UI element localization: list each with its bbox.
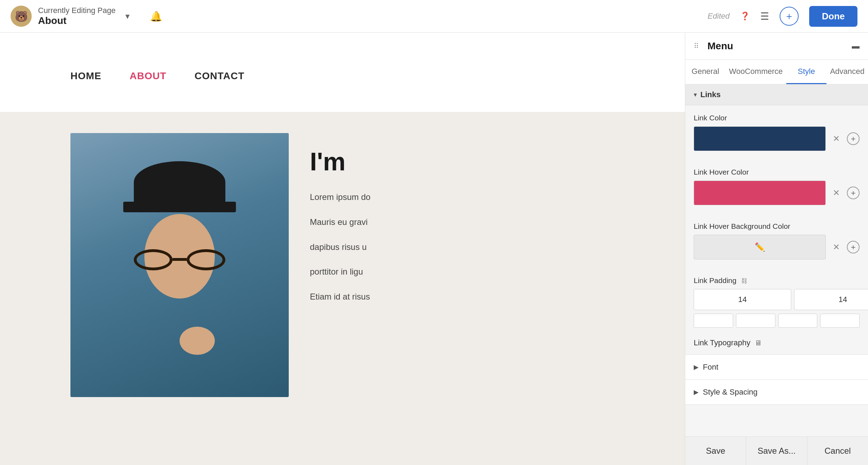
help-icon[interactable]: ❓	[740, 12, 750, 21]
editing-label: Currently Editing Page	[38, 6, 115, 15]
glasses-left	[134, 249, 173, 270]
hat-brim	[123, 202, 236, 212]
link-typography-row: Link Typography 🖥	[685, 331, 868, 355]
font-label: Font	[703, 363, 718, 372]
nav-links: HOME ABOUT CONTACT	[70, 70, 244, 82]
link-icon: ⛓	[741, 277, 748, 284]
panel-header-left: ⠿ Menu	[694, 40, 733, 52]
padding-right-checkbox[interactable]	[736, 314, 775, 328]
link-hover-color-group: Link Hover Color ✕ ＋	[685, 159, 868, 205]
nav-link-home[interactable]: HOME	[70, 70, 101, 82]
link-color-clear-icon[interactable]: ✕	[829, 130, 843, 147]
link-padding-group: Link Padding ⛓ px ▾	[685, 268, 868, 331]
hero-text: I'm Lorem ipsum do Mauris eu gravi dapib…	[310, 133, 370, 397]
padding-top-checkbox[interactable]	[694, 314, 733, 328]
link-typography-label: Link Typography	[694, 338, 750, 347]
collapse-icon[interactable]: ▬	[852, 42, 860, 51]
panel-header: ⠿ Menu ▬	[685, 33, 868, 60]
chevron-down-icon[interactable]: ▾	[125, 11, 130, 21]
add-icon[interactable]: ＋	[780, 7, 799, 26]
hero-body-1: Lorem ipsum do	[310, 190, 370, 205]
style-spacing-expand-row[interactable]: ▶ Style & Spacing	[685, 380, 868, 405]
link-hover-bg-clear-icon[interactable]: ✕	[829, 239, 843, 256]
links-chevron-icon: ▾	[694, 91, 697, 99]
hero-body-3: dapibus risus u	[310, 240, 370, 255]
link-color-group: Link Color ✕ ＋	[685, 105, 868, 151]
nav-link-contact[interactable]: CONTACT	[195, 70, 245, 82]
tab-advanced[interactable]: Advanced	[826, 60, 868, 84]
hero-title: I'm	[310, 147, 370, 176]
top-bar-left: 🐻 Currently Editing Page About ▾ 🔔	[11, 6, 162, 27]
font-chevron-icon: ▶	[694, 363, 699, 371]
side-panel: ⠿ Menu ▬ General WooCommerce Style Advan…	[685, 33, 868, 465]
padding-top-input[interactable]	[694, 289, 791, 310]
lines-icon[interactable]: ☰	[760, 11, 769, 22]
hat	[134, 161, 225, 203]
padding-right-input[interactable]	[794, 289, 868, 310]
link-hover-color-label: Link Hover Color	[694, 168, 860, 176]
bear-logo: 🐻	[11, 6, 32, 27]
tab-woocommerce[interactable]: WooCommerce	[725, 60, 786, 84]
panel-tabs: General WooCommerce Style Advanced	[685, 60, 868, 84]
eyedropper-icon[interactable]: ✏️	[755, 242, 765, 252]
cancel-button[interactable]: Cancel	[807, 437, 868, 465]
padding-bottom-checkbox[interactable]	[778, 314, 818, 328]
padding-checkbox-row	[694, 314, 860, 331]
page-info: Currently Editing Page About	[38, 6, 115, 26]
link-hover-bg-row: ✏️ ✕ ＋	[694, 235, 860, 259]
top-bar: 🐻 Currently Editing Page About ▾ 🔔 Edite…	[0, 0, 868, 33]
bell-icon[interactable]: 🔔	[150, 11, 162, 22]
link-hover-color-clear-icon[interactable]: ✕	[829, 184, 843, 201]
glasses-bridge	[173, 258, 187, 261]
style-spacing-chevron-icon: ▶	[694, 388, 699, 396]
link-color-label: Link Color	[694, 114, 860, 122]
save-as-button[interactable]: Save As...	[746, 437, 807, 465]
save-button[interactable]: Save	[685, 437, 746, 465]
tab-general[interactable]: General	[685, 60, 725, 84]
padding-left-checkbox[interactable]	[820, 314, 860, 328]
hero-body-2: Mauris eu gravi	[310, 215, 370, 230]
style-spacing-label: Style & Spacing	[703, 388, 757, 397]
link-hover-color-add-icon[interactable]: ＋	[847, 187, 860, 199]
person-silhouette	[70, 133, 289, 397]
link-hover-bg-add-icon[interactable]: ＋	[847, 241, 860, 253]
link-color-add-icon[interactable]: ＋	[847, 132, 860, 145]
link-hover-color-swatch[interactable]	[694, 181, 826, 205]
tab-style[interactable]: Style	[786, 60, 826, 84]
link-hover-color-row: ✕ ＋	[694, 181, 860, 205]
link-hover-bg-group: Link Hover Background Color ✏️ ✕ ＋	[685, 214, 868, 259]
link-padding-text: Link Padding	[694, 276, 736, 284]
font-expand-row[interactable]: ▶ Font	[685, 355, 868, 380]
link-hover-bg-swatch[interactable]: ✏️	[694, 235, 826, 259]
hand	[180, 327, 215, 355]
nav-link-about[interactable]: ABOUT	[130, 70, 167, 82]
link-padding-label: Link Padding ⛓	[694, 276, 860, 285]
link-color-row: ✕ ＋	[694, 126, 860, 151]
page-name: About	[38, 15, 115, 26]
panel-body: ▾ Links Link Color ✕ ＋ Link Hover Color …	[685, 84, 868, 436]
drag-handle-icon[interactable]: ⠿	[694, 42, 699, 50]
monitor-icon: 🖥	[755, 339, 762, 347]
link-color-swatch[interactable]	[694, 126, 826, 151]
links-section-header[interactable]: ▾ Links	[685, 84, 868, 105]
glasses-right	[187, 249, 225, 270]
links-section-title: Links	[700, 90, 720, 99]
hero-body-5: Etiam id at risus	[310, 290, 370, 304]
panel-title: Menu	[707, 40, 733, 52]
padding-inputs-row: px ▾	[694, 289, 860, 310]
hero-image	[70, 133, 289, 397]
edited-label: Edited	[708, 12, 730, 21]
panel-footer: Save Save As... Cancel	[685, 436, 868, 465]
top-bar-right: Edited ❓ ☰ ＋ Done	[708, 6, 857, 27]
done-button[interactable]: Done	[809, 6, 857, 27]
hero-body-4: porttitor in ligu	[310, 265, 370, 279]
link-hover-bg-label: Link Hover Background Color	[694, 222, 860, 231]
